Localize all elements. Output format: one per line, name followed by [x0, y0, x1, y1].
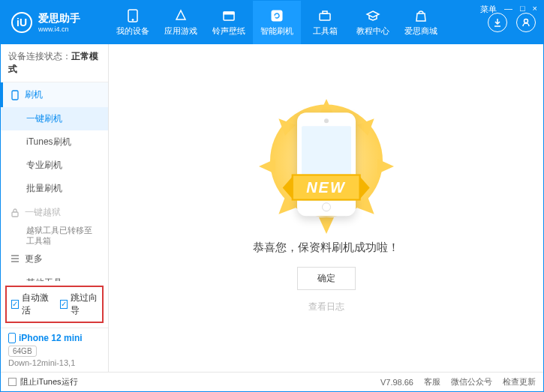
window-controls: 菜单 — □ ×	[480, 4, 537, 15]
body: 设备连接状态：正常模式 刷机 一键刷机 iTunes刷机 专业刷机 批量刷机 一…	[1, 44, 543, 372]
connection-status: 设备连接状态：正常模式	[1, 44, 108, 82]
phone-icon	[8, 333, 16, 343]
checkbox-label: 跳过向导	[71, 292, 98, 317]
nav-my-device[interactable]: 我的设备	[109, 1, 157, 44]
close-button[interactable]: ×	[533, 4, 537, 15]
success-illustration: NEW	[259, 103, 394, 230]
refresh-icon	[269, 9, 284, 22]
nav-label: 我的设备	[116, 25, 149, 37]
nav: 我的设备 应用游戏 铃声壁纸 智能刷机 工具箱 教程中心	[109, 1, 488, 44]
checkbox-block-itunes[interactable]: 阻止iTunes运行	[8, 376, 78, 388]
svg-rect-6	[323, 11, 327, 13]
toolbox-icon	[317, 9, 332, 22]
checkbox-label: 自动激活	[22, 292, 50, 317]
svg-point-1	[132, 19, 134, 20]
svg-rect-5	[320, 13, 330, 20]
svg-rect-3	[224, 12, 234, 14]
nav-tutorials[interactable]: 教程中心	[349, 1, 397, 44]
sidebar-head-more[interactable]: 更多	[1, 247, 108, 271]
sidebar-head-label: 刷机	[25, 88, 43, 101]
checkbox-auto-activate[interactable]: ✓ 自动激活	[11, 292, 50, 317]
nav-label: 教程中心	[356, 25, 389, 37]
nav-label: 铃声壁纸	[212, 25, 245, 37]
checkbox-skip-guide[interactable]: ✓ 跳过向导	[60, 292, 98, 317]
new-ribbon: NEW	[291, 174, 361, 200]
svg-point-7	[524, 19, 528, 23]
menu-icon[interactable]: 菜单	[480, 4, 497, 15]
checkbox-icon	[8, 378, 17, 386]
device-name-row[interactable]: iPhone 12 mini	[8, 333, 101, 343]
sidebar-item-oneclick[interactable]: 一键刷机	[1, 107, 108, 130]
sidebar-item-batch[interactable]: 批量刷机	[1, 177, 108, 200]
success-message: 恭喜您，保资料刷机成功啦！	[253, 241, 399, 255]
nav-apps[interactable]: 应用游戏	[157, 1, 205, 44]
sidebar-item-pro[interactable]: 专业刷机	[1, 154, 108, 177]
main-content: NEW 恭喜您，保资料刷机成功啦！ 确定 查看日志	[109, 44, 543, 372]
sidebar-head-flash[interactable]: 刷机	[1, 82, 108, 107]
sidebar: 设备连接状态：正常模式 刷机 一键刷机 iTunes刷机 专业刷机 批量刷机 一…	[1, 44, 109, 372]
maximize-button[interactable]: □	[520, 4, 525, 15]
phone-icon	[125, 9, 140, 22]
sidebar-head-label: 更多	[25, 253, 43, 265]
logo: iU 爱思助手 www.i4.cn	[11, 12, 109, 33]
status-label: 设备连接状态：	[8, 51, 71, 61]
nav-label: 应用游戏	[164, 25, 197, 37]
app-title: 爱思助手	[38, 12, 80, 25]
list-icon	[10, 253, 20, 264]
nav-ringtones[interactable]: 铃声壁纸	[205, 1, 253, 44]
footer: 阻止iTunes运行 V7.98.66 客服 微信公众号 检查更新	[1, 372, 543, 391]
side-list: 刷机 一键刷机 iTunes刷机 专业刷机 批量刷机 一键越狱 越狱工具已转移至…	[1, 82, 108, 281]
nav-label: 工具箱	[313, 25, 338, 37]
nav-store[interactable]: 爱思商城	[397, 1, 445, 44]
nav-flash[interactable]: 智能刷机	[253, 1, 301, 44]
header: 菜单 — □ × iU 爱思助手 www.i4.cn 我的设备 应用游戏 铃声壁	[1, 1, 543, 44]
sidebar-item-other[interactable]: 其他工具	[1, 271, 108, 281]
view-log-link[interactable]: 查看日志	[308, 301, 344, 313]
check-icon: ✓	[60, 300, 68, 309]
phone-icon	[10, 90, 20, 100]
sidebar-head-jailbreak: 一键越狱	[1, 200, 108, 225]
device-meta: Down-12mini-13,1	[8, 358, 101, 367]
bag-icon	[413, 9, 428, 22]
svg-rect-4	[272, 10, 282, 21]
service-link[interactable]: 客服	[424, 376, 440, 388]
lock-icon	[10, 208, 20, 218]
apps-icon	[173, 9, 188, 22]
nav-label: 智能刷机	[260, 25, 293, 37]
jailbreak-note: 越狱工具已转移至 工具箱	[1, 225, 108, 247]
nav-label: 爱思商城	[404, 25, 437, 37]
device-name: iPhone 12 mini	[19, 333, 83, 343]
sidebar-head-label: 一键越狱	[25, 206, 61, 219]
wallet-icon	[221, 9, 236, 22]
svg-rect-9	[12, 212, 18, 217]
app-window: 菜单 — □ × iU 爱思助手 www.i4.cn 我的设备 应用游戏 铃声壁	[0, 0, 544, 392]
checkbox-group: ✓ 自动激活 ✓ 跳过向导	[5, 286, 104, 323]
device-panel: iPhone 12 mini 64GB Down-12mini-13,1	[1, 328, 108, 372]
user-button[interactable]	[516, 13, 536, 32]
graduation-icon	[365, 9, 380, 22]
wechat-link[interactable]: 微信公众号	[451, 376, 492, 388]
check-icon: ✓	[11, 300, 19, 309]
sidebar-item-itunes[interactable]: iTunes刷机	[1, 130, 108, 154]
svg-rect-8	[12, 91, 18, 100]
logo-icon: iU	[11, 12, 32, 33]
nav-toolbox[interactable]: 工具箱	[301, 1, 349, 44]
header-right	[488, 13, 536, 32]
check-update-link[interactable]: 检查更新	[503, 376, 536, 388]
minimize-button[interactable]: —	[504, 4, 512, 15]
checkbox-label: 阻止iTunes运行	[20, 376, 78, 388]
version-text: V7.98.66	[380, 378, 413, 387]
ok-button[interactable]: 确定	[297, 267, 356, 290]
app-subtitle: www.i4.cn	[38, 25, 80, 33]
storage-badge: 64GB	[8, 346, 37, 357]
download-button[interactable]	[488, 13, 507, 32]
